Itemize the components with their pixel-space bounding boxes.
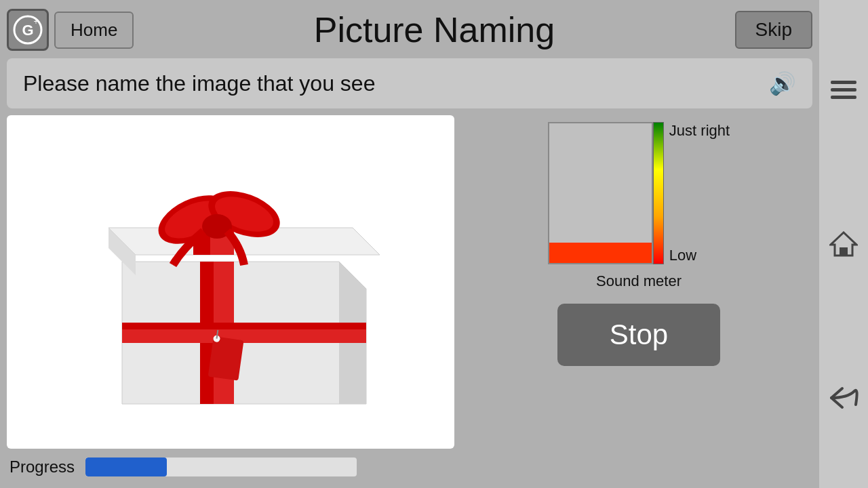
back-icon[interactable] xyxy=(827,381,861,415)
stop-button[interactable]: Stop xyxy=(557,304,720,366)
right-panel: Just right Low Sound meter Stop xyxy=(465,115,812,449)
page-title: Picture Naming xyxy=(134,9,734,50)
svg-marker-12 xyxy=(122,329,366,343)
instruction-bar: Please name the image that you see 🔊 xyxy=(7,58,812,108)
svg-rect-18 xyxy=(208,336,244,381)
svg-rect-25 xyxy=(840,247,848,256)
sound-icon[interactable]: 🔊 xyxy=(769,70,796,96)
sound-meter-container: Just right Low Sound meter xyxy=(548,122,730,290)
svg-rect-22 xyxy=(831,88,856,92)
skip-button[interactable]: Skip xyxy=(735,11,812,49)
header: G + Home Picture Naming Skip xyxy=(7,7,812,53)
instruction-text: Please name the image that you see xyxy=(23,71,375,96)
header-left: G + Home xyxy=(7,9,134,51)
sidebar xyxy=(819,0,868,488)
progress-fill xyxy=(85,458,167,476)
image-box xyxy=(7,115,454,449)
home-button[interactable]: Home xyxy=(54,12,134,49)
low-label: Low xyxy=(669,247,730,264)
svg-text:+: + xyxy=(33,17,38,26)
svg-text:G: G xyxy=(22,22,33,39)
gift-image xyxy=(68,140,393,424)
meter-bar xyxy=(549,243,652,263)
just-right-label: Just right xyxy=(669,122,730,140)
sound-meter-label: Sound meter xyxy=(596,272,682,290)
content-area: Just right Low Sound meter Stop xyxy=(7,115,812,449)
svg-rect-23 xyxy=(831,96,856,99)
main-area: G + Home Picture Naming Skip Please name… xyxy=(0,0,819,488)
svg-rect-21 xyxy=(831,81,856,84)
meter-wrapper: Just right Low xyxy=(548,122,730,264)
menu-icon[interactable] xyxy=(827,73,861,107)
meter-scale-bar xyxy=(653,122,664,264)
progress-area: Progress xyxy=(7,453,812,481)
progress-label: Progress xyxy=(9,458,75,476)
logo-button[interactable]: G + xyxy=(7,9,49,51)
meter-box xyxy=(548,122,653,264)
home-sidebar-icon[interactable] xyxy=(827,227,861,261)
progress-track xyxy=(85,458,357,476)
